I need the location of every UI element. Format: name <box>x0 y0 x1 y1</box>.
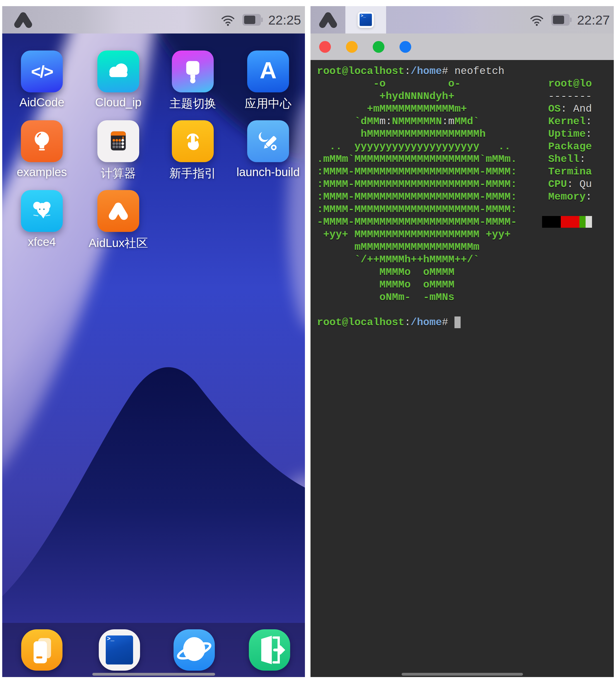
exit-door-icon <box>249 629 290 671</box>
terminal-app-tab[interactable]: >_ <box>345 6 386 33</box>
cloud-icon <box>105 58 132 85</box>
app-launch-build[interactable]: launch-build <box>230 120 305 179</box>
terminal-output-area[interactable]: root@localhost:/home# neofetch -o o- roo… <box>310 60 614 677</box>
xfce-mouse-icon <box>29 198 55 224</box>
aidlux-home-screen: 22:25 </> AidCode Cloud_ip 主题切换 <box>2 6 305 677</box>
app-appcenter[interactable]: A 应用中心 <box>230 51 305 111</box>
new-window-button[interactable] <box>400 41 411 53</box>
battery-icon <box>551 14 570 26</box>
app-label: AidLux社区 <box>80 235 157 251</box>
minimize-window-button[interactable] <box>346 41 358 53</box>
terminal-tab-icon: >_ <box>358 12 374 28</box>
hand-tap-icon <box>179 128 206 155</box>
app-aidcode[interactable]: </> AidCode <box>3 51 80 109</box>
status-time: 22:25 <box>268 12 301 28</box>
app-theme-switch[interactable]: 主题切换 <box>154 51 231 111</box>
app-label: 主题切换 <box>154 96 231 111</box>
lightbulb-icon <box>29 128 55 155</box>
code-icon: </> <box>31 62 53 81</box>
dock-file-manager[interactable] <box>21 629 63 671</box>
planet-browser-icon <box>174 629 215 671</box>
dock-terminal[interactable]: >_ <box>99 629 140 671</box>
battery-icon <box>242 14 261 26</box>
app-aidlux-community[interactable]: AidLux社区 <box>80 190 157 251</box>
app-label: launch-build <box>230 165 305 179</box>
right-status-bar: >_ 22:27 <box>310 6 614 33</box>
screenshot-canvas: 22:25 </> AidCode Cloud_ip 主题切换 <box>0 0 616 679</box>
status-time: 22:27 <box>577 12 610 28</box>
app-label: xfce4 <box>3 235 80 249</box>
app-beginner-guide[interactable]: 新手指引 <box>154 120 231 181</box>
paintbrush-icon <box>179 58 206 85</box>
terminal-text: root@localhost:/home# neofetch -o o- roo… <box>317 65 592 329</box>
dock: >_ <box>2 623 305 677</box>
terminal-icon: >_ <box>106 636 133 665</box>
dock-exit[interactable] <box>249 629 290 671</box>
terminal-screen: >_ 22:27 <box>310 6 614 677</box>
app-cloud-ip[interactable]: Cloud_ip <box>80 51 157 109</box>
app-calculator[interactable]: 计算器 <box>80 120 157 181</box>
battery-level <box>244 15 255 24</box>
app-xfce4[interactable]: xfce4 <box>3 190 80 249</box>
appcenter-a-icon: A <box>260 57 277 84</box>
maximize-window-button[interactable] <box>373 41 384 53</box>
close-window-button[interactable] <box>319 41 331 53</box>
app-label: 计算器 <box>80 165 157 181</box>
aidlux-logo-icon <box>319 12 337 29</box>
tools-icon <box>255 128 281 155</box>
files-icon <box>21 629 63 671</box>
app-label: 新手指引 <box>154 165 231 181</box>
app-label: 应用中心 <box>230 96 305 111</box>
dock-browser[interactable] <box>174 629 215 671</box>
battery-level <box>553 15 564 24</box>
app-label: examples <box>3 165 80 179</box>
app-label: Cloud_ip <box>80 96 157 109</box>
app-label: AidCode <box>3 96 80 109</box>
home-indicator[interactable] <box>402 673 523 676</box>
aidlux-logo-icon <box>14 12 32 29</box>
calculator-icon <box>105 128 132 155</box>
home-indicator[interactable] <box>92 673 215 676</box>
wifi-icon <box>529 13 544 26</box>
left-status-bar: 22:25 <box>2 6 305 33</box>
wifi-icon <box>221 13 235 26</box>
app-examples[interactable]: examples <box>3 120 80 179</box>
window-controls <box>310 33 614 60</box>
aidlux-logo-icon <box>105 198 132 224</box>
